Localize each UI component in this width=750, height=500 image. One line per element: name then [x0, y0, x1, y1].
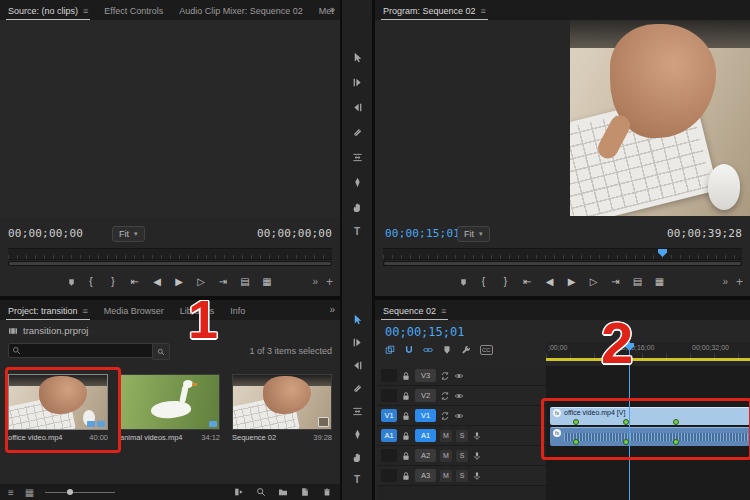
tab-effect-controls[interactable]: Effect Controls [102, 3, 165, 20]
mark-in-button[interactable]: { [477, 277, 490, 287]
trash-icon[interactable] [322, 487, 332, 497]
source-patch-empty[interactable] [381, 469, 397, 482]
razor-tool[interactable] [352, 383, 363, 394]
go-to-out-button[interactable]: ⇥ [217, 277, 230, 287]
find-icon[interactable] [256, 487, 266, 497]
tab-sequence-02[interactable]: Sequence 02 ≡ [381, 303, 448, 320]
panel-menu-icon[interactable]: ≡ [441, 306, 446, 316]
solo-button[interactable]: S [456, 450, 468, 462]
lock-icon[interactable] [401, 451, 411, 461]
step-forward-button[interactable]: ▷ [195, 277, 208, 287]
tab-info[interactable]: Info [228, 303, 247, 320]
source-patch-v1[interactable]: V1 [381, 409, 397, 422]
track-target-v2[interactable]: V2 [415, 389, 436, 402]
track-target-a3[interactable]: A3 [415, 469, 436, 482]
lock-icon[interactable] [401, 431, 411, 441]
go-to-out-button[interactable]: ⇥ [609, 277, 622, 287]
step-back-button[interactable]: ◀ [543, 277, 556, 287]
panel-menu-icon[interactable]: ≡ [83, 6, 88, 16]
lock-icon[interactable] [401, 391, 411, 401]
pen-icon[interactable] [352, 177, 363, 188]
track-select-icon[interactable] [352, 77, 363, 88]
list-view-button[interactable]: ≡ [8, 487, 14, 498]
track-target-v3[interactable]: V3 [415, 369, 436, 382]
program-mini-timeline[interactable] [383, 248, 742, 260]
zoom-slider[interactable] [45, 487, 115, 497]
automate-to-sequence-icon[interactable] [234, 487, 244, 497]
hand-icon[interactable] [352, 202, 363, 213]
tab-source[interactable]: Source: (no clips) ≡ [6, 3, 90, 20]
transport-overflow-icon[interactable]: » [722, 276, 728, 287]
slip-tool[interactable] [352, 406, 363, 417]
pen-tool[interactable] [352, 429, 363, 440]
lift-button[interactable]: ▤ [631, 277, 644, 287]
add-marker-icon[interactable] [67, 278, 76, 287]
sync-lock-icon[interactable] [440, 411, 450, 421]
mute-button[interactable]: M [440, 430, 452, 442]
snap-magnet-icon[interactable] [404, 345, 414, 355]
insert-button[interactable]: ▤ [239, 277, 252, 287]
overwrite-button[interactable]: ▦ [261, 277, 274, 287]
new-bin-icon[interactable] [278, 487, 288, 497]
nest-toggle-icon[interactable] [385, 345, 395, 355]
new-item-icon[interactable] [300, 487, 310, 497]
button-editor-plus[interactable]: + [736, 275, 743, 289]
timeline-timecode[interactable]: 00;00;15;01 [385, 325, 464, 339]
step-back-button[interactable]: ◀ [151, 277, 164, 287]
tab-audio-clip-mixer[interactable]: Audio Clip Mixer: Sequence 02 [177, 3, 305, 20]
lock-icon[interactable] [401, 371, 411, 381]
tab-media-browser[interactable]: Media Browser [102, 303, 166, 320]
source-mini-timeline[interactable] [8, 248, 332, 260]
extract-button[interactable]: ▦ [653, 277, 666, 287]
go-to-in-button[interactable]: ⇤ [521, 277, 534, 287]
project-item-sequence-02[interactable] [232, 374, 332, 430]
slip-icon[interactable] [352, 152, 363, 163]
source-zoom-select[interactable]: Fit ▾ [112, 226, 145, 242]
search-input[interactable] [8, 343, 162, 358]
tab-overflow-icon[interactable]: » [329, 304, 335, 315]
mute-button[interactable]: M [440, 470, 452, 482]
button-editor-plus[interactable]: + [326, 275, 333, 289]
play-button[interactable]: ▶ [565, 277, 578, 287]
mic-icon[interactable] [472, 451, 482, 461]
timeline-settings-wrench-icon[interactable] [461, 345, 471, 355]
tab-program[interactable]: Program: Sequence 02 ≡ [381, 3, 488, 20]
sync-lock-icon[interactable] [440, 391, 450, 401]
source-patch-empty[interactable] [381, 369, 397, 382]
search-bin-button[interactable] [152, 343, 170, 360]
type-tool-icon[interactable]: T [354, 227, 360, 237]
lock-icon[interactable] [401, 471, 411, 481]
sync-lock-icon[interactable] [440, 371, 450, 381]
play-button[interactable]: ▶ [173, 277, 186, 287]
source-patch-empty[interactable] [381, 449, 397, 462]
linked-selection-icon[interactable] [423, 345, 433, 355]
mark-out-button[interactable]: } [499, 277, 512, 287]
tab-overflow-icon[interactable]: » [329, 4, 335, 15]
selection-tool[interactable] [352, 314, 363, 325]
track-lane-a3[interactable] [546, 466, 750, 487]
panel-menu-icon[interactable]: ≡ [83, 306, 88, 316]
zoom-slider-handle[interactable] [67, 489, 73, 495]
razor-icon[interactable] [352, 127, 363, 138]
track-target-v1[interactable]: V1 [415, 409, 436, 422]
timeline-ruler[interactable]: ;00;00 00;00;16;00 00;00;32;00 [546, 342, 750, 359]
captions-cc-icon[interactable]: CC [480, 345, 493, 355]
type-tool[interactable]: T [354, 475, 360, 485]
icon-view-button[interactable]: ▦ [25, 487, 34, 498]
eye-icon[interactable] [454, 391, 464, 401]
eye-icon[interactable] [454, 411, 464, 421]
mark-out-button[interactable]: } [107, 277, 120, 287]
track-lane-v3[interactable] [546, 366, 750, 387]
add-marker-icon[interactable] [459, 278, 468, 287]
program-zoom-scrollbar[interactable] [383, 261, 742, 266]
solo-button[interactable]: S [456, 470, 468, 482]
ripple-edit-tool[interactable] [352, 360, 363, 371]
lock-icon[interactable] [401, 411, 411, 421]
mute-button[interactable]: M [440, 450, 452, 462]
step-forward-button[interactable]: ▷ [587, 277, 600, 287]
source-zoom-scrollbar[interactable] [8, 261, 332, 266]
mark-in-button[interactable]: { [85, 277, 98, 287]
item-animal-videos-caption[interactable]: animal videos.mp4 34:12 [120, 433, 220, 442]
program-zoom-select[interactable]: Fit ▾ [457, 226, 490, 242]
tab-project[interactable]: Project: transition ≡ [6, 303, 90, 320]
